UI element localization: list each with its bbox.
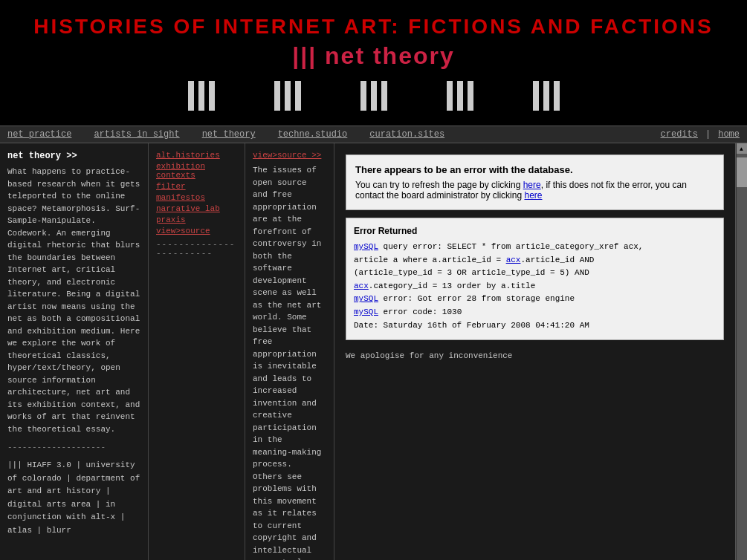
apology-text: We apologise for any inconvenience	[346, 348, 724, 364]
mid-nav-praxis[interactable]: praxis	[156, 215, 237, 224]
nav-link-techne-studio[interactable]: techne.studio	[278, 129, 348, 140]
nav-link-home[interactable]: home	[718, 129, 740, 140]
nav-link-curation-sites[interactable]: curation.sites	[369, 129, 444, 140]
sidebar-divider: --------------------	[7, 443, 140, 452]
header: HISTORIES OF INTERNET ART: FICTIONS AND …	[0, 0, 747, 126]
bar	[371, 81, 377, 111]
error-code-text: mySQL query error: SELECT * from article…	[354, 241, 716, 332]
bar-group-3	[360, 81, 387, 111]
nav-right: credits | home	[661, 129, 740, 140]
error-box: There appears to be an error with the da…	[346, 154, 724, 210]
acx-link[interactable]: acx	[354, 281, 369, 290]
bar	[198, 81, 204, 111]
main-title-colored: FICTIONS AND FACTIONS	[408, 15, 713, 38]
bar	[457, 81, 463, 111]
bar	[447, 81, 453, 111]
acx-link[interactable]: acx	[506, 255, 521, 264]
nav-link-net-practice[interactable]: net practice	[7, 129, 71, 140]
scrollbar[interactable]: ▲ ▼	[735, 143, 747, 560]
bar	[554, 81, 560, 111]
mid-nav-alt-histories[interactable]: alt.histories	[156, 151, 237, 160]
main-title-plain: HISTORIES OF INTERNET ART:	[33, 15, 400, 38]
scroll-track[interactable]	[737, 154, 747, 560]
content-title[interactable]: view>source >>	[253, 151, 326, 160]
mid-nav-manifestos[interactable]: manifestos	[156, 193, 237, 202]
bar-group-4	[447, 81, 473, 111]
bar	[381, 81, 387, 111]
scroll-thumb[interactable]	[737, 157, 747, 187]
error-link2[interactable]: here	[524, 190, 542, 201]
bar	[295, 81, 301, 111]
mid-nav-exhibition-contexts[interactable]: exhibition contexts	[156, 162, 237, 180]
bar	[543, 81, 549, 111]
sidebar-footer: ||| HIAFF 3.0 | university of colorado |…	[7, 459, 140, 538]
bar-group-1	[188, 81, 215, 111]
error-panel: There appears to be an error with the da…	[334, 143, 735, 560]
content-column: view>source >> The issues of open source…	[245, 143, 334, 560]
main-title: HISTORIES OF INTERNET ART: FICTIONS AND …	[0, 15, 747, 39]
sub-title: ||| net theory	[0, 42, 747, 70]
error-title: There appears to be an error with the da…	[355, 164, 714, 175]
mysql-link[interactable]: mySQL	[354, 242, 378, 251]
bar	[360, 81, 366, 111]
left-sidebar: net theory >> What happens to practice-b…	[0, 143, 149, 560]
bar	[533, 81, 539, 111]
bars-row	[0, 70, 747, 118]
nav-bar: net practice artists in sight net theory…	[0, 126, 747, 143]
mid-nav-view-source[interactable]: view>source	[156, 227, 237, 235]
sidebar-title: net theory >>	[7, 151, 140, 161]
nav-link-net-theory[interactable]: net theory	[202, 129, 256, 140]
nav-link-artists-in-sight[interactable]: artists in sight	[94, 129, 179, 140]
bar	[274, 81, 280, 111]
mysql-link[interactable]: mySQL	[354, 294, 378, 303]
nav-links: net practice artists in sight net theory…	[7, 129, 661, 140]
error-link1[interactable]: here	[523, 180, 541, 190]
mid-nav-filter[interactable]: filter	[156, 182, 237, 191]
bar	[468, 81, 473, 111]
content-area: net theory >> What happens to practice-b…	[0, 143, 747, 560]
scroll-arrow-up[interactable]: ▲	[737, 143, 747, 154]
content-body: The issues of open source and free appro…	[253, 164, 326, 560]
bar	[188, 81, 194, 111]
mid-nav-divider: ------------------------	[156, 240, 237, 258]
sidebar-body: What happens to practice-based research …	[7, 166, 140, 435]
mysql-link[interactable]: mySQL	[354, 307, 378, 316]
bar	[285, 81, 291, 111]
bar-group-5	[533, 81, 560, 111]
bar-group-2	[274, 81, 301, 111]
mid-nav-narrative-lab[interactable]: narrative lab	[156, 204, 237, 213]
bar	[209, 81, 215, 111]
error-description: You can try to refresh the page by click…	[355, 180, 714, 201]
middle-nav: alt.histories exhibition contexts filter…	[149, 143, 245, 560]
error-returned-box: Error Returned mySQL query error: SELECT…	[346, 218, 724, 340]
nav-link-credits[interactable]: credits	[661, 129, 698, 140]
error-returned-title: Error Returned	[354, 226, 716, 236]
error-body1: You can try to refresh the page by click…	[355, 180, 523, 190]
